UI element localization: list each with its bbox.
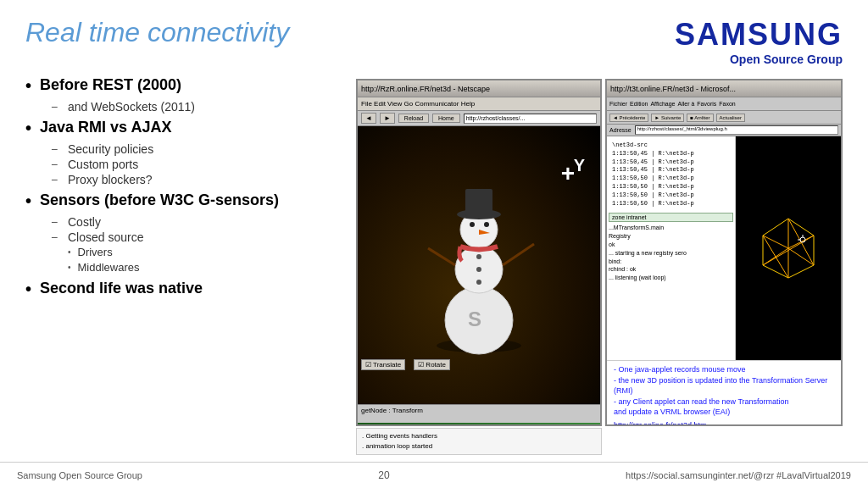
svg-rect-5 bbox=[465, 189, 492, 216]
ie-precedente[interactable]: ◄ Précédente bbox=[609, 114, 648, 122]
dash-6: − bbox=[51, 230, 61, 244]
left-titlebar-text: http://RzR.online.FR/net3d - Netscape bbox=[361, 85, 490, 93]
nav-home[interactable]: Home bbox=[432, 114, 460, 123]
left-browser-titlebar: http://RzR.online.FR/net3d - Netscape bbox=[358, 80, 600, 97]
start-button[interactable]: Démarrer bbox=[361, 425, 405, 426]
nav-reload[interactable]: Reload bbox=[398, 114, 429, 123]
svg-point-7 bbox=[484, 222, 489, 227]
taskbar-rz[interactable]: http://Rz... bbox=[514, 426, 553, 427]
console-r4: 1:13:50,45 | R:\net3d-p bbox=[612, 166, 730, 175]
console-r5: 1:13:50,50 | R:\net3d-p bbox=[612, 175, 730, 183]
zone-intranet: zone intranet bbox=[609, 213, 733, 222]
screenshot-area: http://RzR.online.FR/net3d - Netscape Fi… bbox=[348, 75, 851, 462]
console-line-2: . animation loop started bbox=[362, 441, 596, 452]
sub-text-custom-ports: Custom ports bbox=[68, 158, 138, 171]
console-r2: 1:13:50,45 | R:\net3d-p bbox=[612, 150, 730, 158]
ie-affichage: Affichage bbox=[650, 101, 675, 107]
header: Real time connectivity SAMSUNG Open Sour… bbox=[0, 0, 868, 75]
sub-item-closed-source: − Closed source bbox=[51, 230, 339, 244]
cb-6: rchind : ok bbox=[609, 265, 733, 274]
sub-sub-text-drivers: Drivers bbox=[78, 246, 113, 258]
y-axis-label: Y bbox=[574, 156, 585, 175]
ie-address-bar[interactable]: http://rzhost/classes/_html/3dviewplug.h bbox=[635, 125, 838, 135]
sub-sub-text-middlewares: Middlewares bbox=[78, 261, 140, 274]
console-below-left: . Getting events handlers . animation lo… bbox=[356, 428, 602, 455]
screen-right: http://t3t.online.FR/net3d - Microsof...… bbox=[605, 79, 843, 426]
ie-favoris: Favoris bbox=[697, 101, 716, 107]
cb-4: ... starting a new registry sero bbox=[609, 249, 733, 258]
ie-adresse-label: Adresse bbox=[609, 127, 632, 133]
rotate-checkbox[interactable]: ☑ Rotate bbox=[414, 359, 450, 370]
cb-3: ok bbox=[609, 241, 733, 249]
bullet-text-sensors: Sensors (before W3C G-sensors) bbox=[40, 190, 279, 211]
sub-text-closed-source: Closed source bbox=[68, 230, 144, 244]
sub-text-security: Security policies bbox=[68, 142, 153, 156]
dash-5: − bbox=[51, 215, 61, 229]
description-area: - One java-applet records mouse move - t… bbox=[607, 360, 841, 426]
right-titlebar-text: http://t3t.online.FR/net3d - Microsof... bbox=[610, 85, 736, 93]
main-content: • Before REST (2000) − and WebSockets (2… bbox=[0, 75, 868, 462]
svg-line-18 bbox=[788, 248, 814, 265]
footer-page: 20 bbox=[378, 469, 389, 481]
taskbar-jview[interactable]: JMIEWrz.ne.. bbox=[463, 426, 512, 427]
svg-text:S: S bbox=[468, 308, 481, 330]
cb-1: ...MTransformS.main bbox=[609, 224, 733, 232]
svg-line-10 bbox=[503, 244, 534, 265]
nav-back[interactable]: ◄ bbox=[361, 113, 376, 124]
bullet-dot-3: • bbox=[25, 190, 31, 212]
sub-text-proxy-blockers: Proxy blockers? bbox=[68, 173, 153, 186]
svg-point-12 bbox=[476, 267, 481, 272]
cb-5: bind: bbox=[609, 258, 733, 266]
svg-point-6 bbox=[470, 222, 475, 227]
open-source-group: Open Source Group bbox=[730, 53, 843, 66]
nav-forward[interactable]: ► bbox=[380, 113, 395, 124]
svg-point-11 bbox=[476, 254, 481, 259]
left-toolbar-text: File Edit View Go Communicator Help bbox=[361, 100, 475, 108]
console-bottom: ...MTransformS.main Registry ok ... star… bbox=[609, 224, 733, 282]
console-get-node: getNode : Transform bbox=[361, 407, 597, 414]
desc-line-3: - any Client applet can read the new Tra… bbox=[614, 396, 834, 408]
mini-dot-1: • bbox=[68, 246, 71, 259]
desc-link: http://rzr.online.fr/net3d.htm bbox=[614, 421, 707, 426]
footer: Samsung Open Source Group 20 https://soc… bbox=[0, 462, 868, 488]
sub-items-java-rmi: − Security policies − Custom ports − Pro… bbox=[51, 142, 339, 186]
cb-7: ... listening (wait loop) bbox=[609, 274, 733, 282]
right-browser-titlebar: http://t3t.online.FR/net3d - Microsof... bbox=[607, 80, 841, 97]
sub-item-security: − Security policies bbox=[51, 142, 339, 156]
sub-item-websockets: − and WebSockets (2011) bbox=[51, 100, 339, 114]
translate-checkbox[interactable]: ☑ Translate bbox=[361, 359, 405, 370]
animation-labels: ☑ Translate ☑ Rotate bbox=[361, 359, 450, 370]
taskbar-paint[interactable]: Paint Shop Pro bbox=[407, 426, 461, 427]
dash-2: − bbox=[51, 142, 61, 156]
address-bar-left[interactable]: http://rzhost/classes/... bbox=[464, 114, 597, 124]
samsung-logo: SAMSUNG bbox=[675, 17, 843, 53]
footer-right: https://social.samsunginter.net/@rzr #La… bbox=[626, 470, 851, 480]
slide-title: Real time connectivity bbox=[25, 17, 289, 48]
desc-line-2: - the new 3D position is updated into th… bbox=[614, 375, 834, 396]
ie-faxon: Faxon bbox=[719, 101, 735, 107]
console-pane: \net3d-src 1:13:50,45 | R:\net3d-p 1:13:… bbox=[607, 136, 736, 360]
ie-suivante[interactable]: ► Suivante bbox=[651, 114, 684, 122]
taskbar: Démarrer Paint Shop Pro JMIEWrz.ne.. htt… bbox=[358, 423, 600, 426]
sub-text-websockets: and WebSockets (2011) bbox=[68, 100, 195, 114]
sub-items-before-rest: − and WebSockets (2011) bbox=[51, 100, 339, 114]
logo-area: SAMSUNG Open Source Group bbox=[675, 17, 843, 66]
bullet-sensors: • Sensors (before W3C G-sensors) bbox=[25, 190, 339, 212]
console-r8: 1:13:50,50 | R:\net3d-p bbox=[612, 200, 730, 208]
ie-actualiser[interactable]: Actualiser bbox=[716, 114, 745, 122]
bullet-before-rest: • Before REST (2000) bbox=[25, 75, 339, 97]
dash-3: − bbox=[51, 158, 61, 171]
bullet-dot-2: • bbox=[25, 117, 31, 139]
sub-sub-items-closed-source: • Drivers • Middlewares bbox=[68, 246, 339, 274]
svg-point-13 bbox=[476, 280, 481, 285]
plus-sign: + bbox=[561, 160, 575, 187]
ie-aller: Aller à bbox=[677, 101, 694, 107]
ie-arreter[interactable]: ■ Arrêter bbox=[687, 114, 713, 122]
slide: Real time connectivity SAMSUNG Open Sour… bbox=[0, 0, 868, 488]
console-r6: 1:13:50,50 | R:\net3d-p bbox=[612, 183, 730, 191]
console-r7: 1:13:50,50 | R:\net3d-p bbox=[612, 191, 730, 200]
left-browser-toolbar: File Edit View Go Communicator Help bbox=[358, 97, 600, 111]
sub-items-sensors: − Costly − Closed source • Drivers • Mid… bbox=[51, 215, 339, 274]
sub-item-proxy-blockers: − Proxy blockers? bbox=[51, 173, 339, 186]
desc-line-1: - One java-applet records mouse move bbox=[614, 364, 834, 375]
